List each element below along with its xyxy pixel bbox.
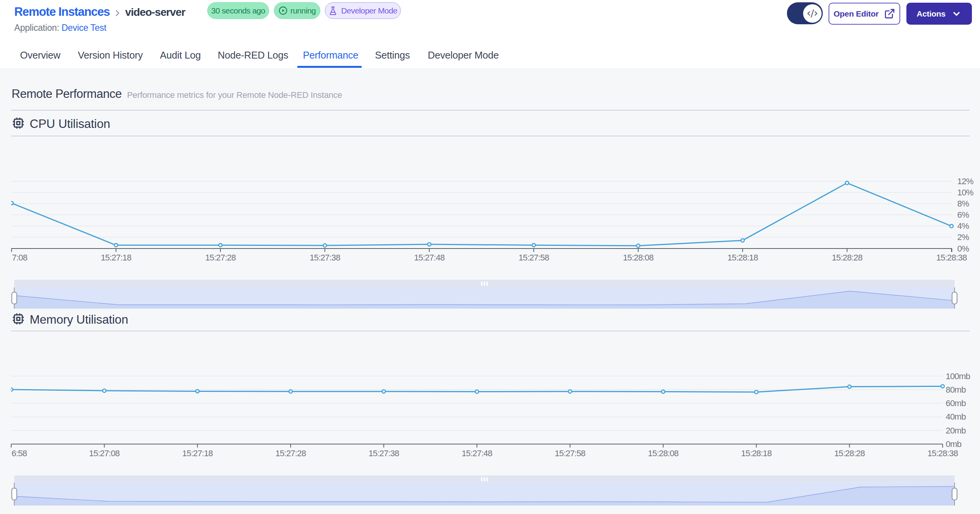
- svg-text:15:27:18: 15:27:18: [182, 448, 213, 458]
- svg-text:80mb: 80mb: [946, 385, 966, 395]
- svg-text:15:28:18: 15:28:18: [727, 253, 758, 262]
- svg-text:15:27:18: 15:27:18: [101, 253, 131, 262]
- svg-text:15:28:18: 15:28:18: [741, 448, 772, 458]
- svg-text:15:27:38: 15:27:38: [309, 253, 340, 262]
- svg-text:15:27:58: 15:27:58: [555, 448, 586, 458]
- svg-text:6:58: 6:58: [12, 448, 27, 458]
- svg-text:0%: 0%: [957, 244, 969, 254]
- svg-text:15:27:28: 15:27:28: [275, 448, 306, 458]
- svg-text:100mb: 100mb: [946, 371, 970, 381]
- svg-text:60mb: 60mb: [946, 398, 966, 408]
- svg-text:15:27:48: 15:27:48: [462, 448, 493, 458]
- svg-text:15:28:28: 15:28:28: [832, 253, 862, 262]
- svg-text:7:08: 7:08: [12, 253, 27, 262]
- svg-text:40mb: 40mb: [946, 412, 966, 422]
- svg-text:15:27:38: 15:27:38: [368, 448, 399, 458]
- svg-text:15:27:28: 15:27:28: [205, 253, 236, 262]
- svg-text:15:27:58: 15:27:58: [518, 253, 549, 262]
- svg-text:4%: 4%: [957, 221, 969, 231]
- svg-text:15:28:08: 15:28:08: [648, 448, 679, 458]
- svg-text:15:28:38: 15:28:38: [936, 253, 967, 262]
- svg-text:20mb: 20mb: [946, 426, 966, 435]
- svg-text:15:27:48: 15:27:48: [414, 253, 445, 262]
- svg-text:0mb: 0mb: [946, 439, 962, 449]
- svg-text:8%: 8%: [957, 199, 969, 208]
- svg-text:6%: 6%: [957, 210, 969, 220]
- svg-text:2%: 2%: [957, 232, 969, 242]
- svg-text:10%: 10%: [957, 188, 973, 197]
- svg-text:15:27:08: 15:27:08: [89, 448, 120, 458]
- svg-text:15:28:08: 15:28:08: [623, 253, 654, 262]
- svg-text:15:28:28: 15:28:28: [834, 448, 865, 458]
- svg-text:12%: 12%: [957, 176, 973, 186]
- svg-text:15:28:38: 15:28:38: [927, 448, 958, 458]
